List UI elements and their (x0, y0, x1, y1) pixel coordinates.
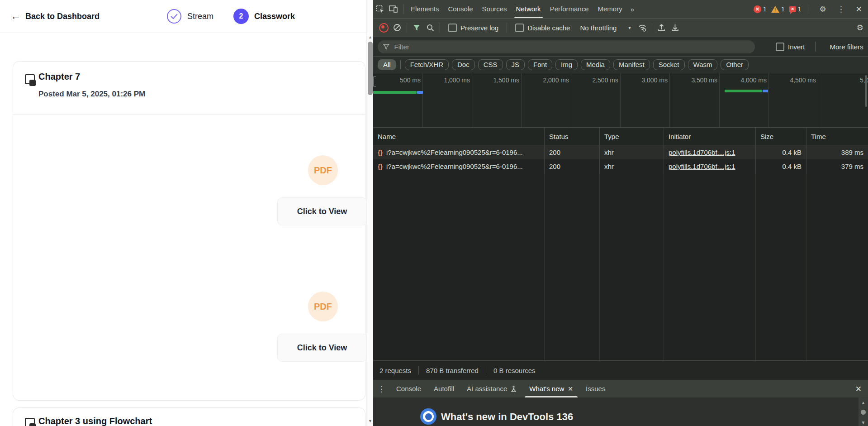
click-to-view-button-2[interactable]: Click to View (277, 334, 367, 362)
settings-gear-icon[interactable]: ⚙ (816, 5, 830, 14)
inspect-element-icon[interactable] (373, 2, 387, 16)
filter-funnel-icon[interactable] (410, 21, 423, 34)
drawer-tab-issues[interactable]: Issues (579, 380, 612, 397)
disable-cache-checkbox[interactable]: Disable cache (515, 24, 570, 32)
column-header-time[interactable]: Time (806, 128, 868, 145)
invert-checkbox[interactable]: Invert (776, 43, 805, 51)
tab-network[interactable]: Network (512, 0, 545, 18)
preserve-log-checkbox[interactable]: Preserve log (448, 24, 498, 32)
column-header-size[interactable]: Size (755, 128, 806, 145)
network-overview-timeline[interactable]: 500 ms 1,000 ms 1,500 ms 2,000 ms 2,500 … (373, 73, 868, 128)
tab-elements[interactable]: Elements (406, 0, 444, 18)
scrollbar-thumb[interactable] (861, 410, 866, 415)
chip-media[interactable]: Media (581, 59, 610, 70)
column-header-name[interactable]: Name (373, 128, 544, 145)
request-size-cell: 0.4 kB (755, 159, 806, 173)
scrollbar-thumb[interactable] (368, 42, 373, 95)
issues-badge[interactable]: ✕ 1 (789, 5, 802, 13)
tab-memory[interactable]: Memory (593, 0, 627, 18)
chip-css[interactable]: CSS (478, 59, 503, 70)
request-row-1[interactable]: {} i?a=cwjkwc%2Felearning090525&r=6-0196… (373, 145, 868, 159)
back-to-dashboard-label: Back to Dashboard (25, 12, 100, 21)
tab-performance[interactable]: Performance (545, 0, 593, 18)
column-header-status[interactable]: Status (544, 128, 599, 145)
initiator-link[interactable]: polyfills.1d706bf....js:1 (669, 148, 735, 156)
throttling-value: No throttling (580, 24, 617, 32)
chip-js[interactable]: JS (506, 59, 525, 70)
chapter-3-title: Chapter 3 using Flowchart (38, 416, 152, 426)
chip-img[interactable]: Img (555, 59, 578, 70)
initiator-link[interactable]: polyfills.1d706bf....js:1 (669, 163, 735, 170)
chip-fetch-xhr[interactable]: Fetch/XHR (405, 59, 449, 70)
column-header-type[interactable]: Type (599, 128, 664, 145)
close-devtools-icon[interactable]: ✕ (853, 5, 865, 14)
issues-icon: ✕ (789, 6, 796, 12)
drawer-tab-autofill[interactable]: Autofill (427, 380, 460, 397)
chapter-3-card: Chapter 3 using Flowchart (13, 407, 365, 426)
warning-badge[interactable]: 1 (771, 5, 785, 13)
kebab-menu-icon[interactable]: ⋮ (834, 5, 848, 14)
chip-wasm[interactable]: Wasm (688, 59, 718, 70)
record-network-log-icon[interactable] (377, 21, 390, 34)
separator (507, 23, 507, 33)
filter-input[interactable] (394, 43, 749, 51)
drawer-tab-whats-new[interactable]: What's new ✕ (523, 380, 579, 397)
export-har-icon[interactable] (669, 21, 682, 34)
error-badge[interactable]: ✕ 1 (754, 5, 767, 13)
request-time-cell: 379 ms (806, 159, 868, 173)
chip-other[interactable]: Other (721, 59, 749, 70)
network-settings-gear-icon[interactable]: ⚙ (854, 23, 868, 33)
chip-font[interactable]: Font (528, 59, 552, 70)
tab-sources[interactable]: Sources (478, 0, 512, 18)
chip-all[interactable]: All (378, 59, 396, 70)
overview-drag-handle[interactable] (373, 76, 376, 87)
more-filters-button[interactable]: More filters ▾ (830, 43, 868, 51)
scroll-up-icon[interactable]: ▲ (859, 400, 868, 405)
clear-network-log-icon[interactable] (390, 21, 404, 34)
chip-manifest[interactable]: Manifest (613, 59, 650, 70)
tab-stream-label: Stream (187, 12, 213, 21)
scroll-up-icon[interactable]: ▲ (367, 34, 373, 41)
back-to-dashboard-button[interactable]: ← Back to Dashboard (11, 11, 100, 21)
tab-stream[interactable]: Stream (166, 9, 213, 24)
pdf-badge-2: PDF (308, 292, 338, 321)
separator (403, 4, 403, 14)
material-pages-icon (25, 418, 38, 426)
close-tab-icon[interactable]: ✕ (568, 380, 573, 397)
column-header-initiator[interactable]: Initiator (664, 128, 755, 145)
close-drawer-icon[interactable]: ✕ (849, 384, 868, 394)
app-scrollbar[interactable]: ▲ ▼ (366, 0, 373, 426)
throttling-select[interactable]: No throttling ▾ (580, 24, 631, 32)
network-conditions-icon[interactable] (636, 21, 649, 34)
chip-doc[interactable]: Doc (452, 59, 475, 70)
tab-console[interactable]: Console (444, 0, 478, 18)
request-row-2[interactable]: {} i?a=cwjkwc%2Felearning090525&r=6-0196… (373, 159, 868, 173)
whats-new-panel: What's new in DevTools 136 ▲ ▼ (373, 397, 868, 426)
timeline-scrollbar[interactable] (865, 75, 867, 107)
tab-classwork[interactable]: 2 Classwork (233, 9, 295, 24)
drawer-tab-ai-assistance[interactable]: AI assistance (460, 380, 523, 397)
scroll-down-icon[interactable]: ▼ (367, 417, 373, 425)
drawer-tab-console[interactable]: Console (390, 380, 427, 397)
preserve-log-label: Preserve log (460, 24, 498, 32)
resources-size: 0 B resources (493, 367, 536, 374)
request-name: i?a=cwjkwc%2Felearning090525&r=6-0196... (386, 148, 523, 156)
request-name-cell: {} i?a=cwjkwc%2Felearning090525&r=6-0196… (373, 145, 544, 159)
waterfall-bar-2 (725, 90, 762, 92)
import-har-icon[interactable] (655, 21, 669, 34)
funnel-icon (383, 44, 389, 50)
filter-input-wrap[interactable] (378, 40, 755, 53)
click-to-view-button-1[interactable]: Click to View (277, 197, 367, 225)
network-summary-bar: 2 requests 870 B transferred 0 B resourc… (373, 360, 868, 380)
request-name-cell: {} i?a=cwjkwc%2Felearning090525&r=6-0196… (373, 159, 544, 173)
scroll-down-icon[interactable]: ▼ (859, 420, 868, 425)
more-tabs-icon[interactable]: » (627, 5, 638, 13)
device-toolbar-icon[interactable] (387, 2, 400, 16)
drawer-scrollbar[interactable]: ▲ ▼ (859, 397, 868, 426)
chip-socket[interactable]: Socket (653, 59, 685, 70)
issue-count: 1 (798, 5, 802, 13)
network-filter-row: Invert More filters ▾ (373, 37, 868, 57)
drawer-kebab-menu-icon[interactable]: ⋮ (373, 384, 390, 394)
warning-count: 1 (781, 5, 785, 13)
search-icon[interactable] (423, 21, 437, 34)
